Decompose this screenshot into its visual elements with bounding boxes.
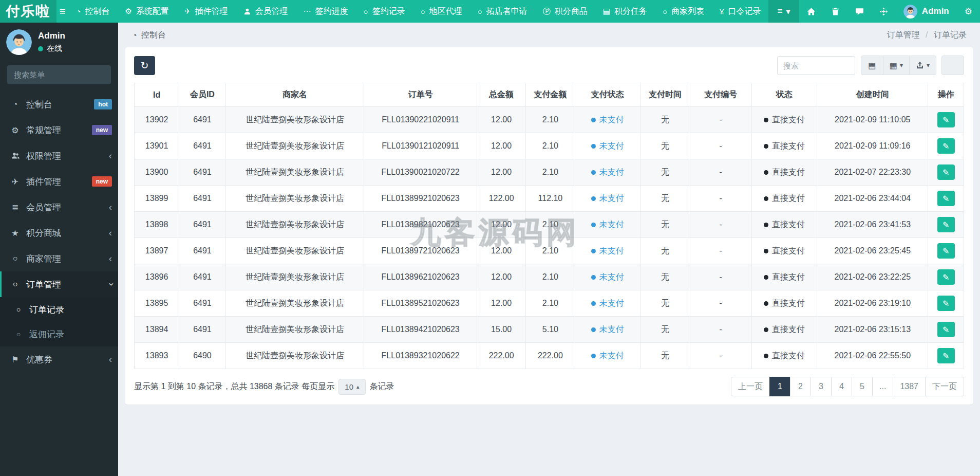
- page-1387[interactable]: 1387: [893, 377, 926, 396]
- table-cell: 6491: [179, 186, 225, 212]
- refresh-button[interactable]: ↻: [134, 56, 155, 75]
- table-cell: 世纪陆壹捌美妆形象设计店: [225, 186, 364, 212]
- sidebar-item-orders[interactable]: ○订单管理‹: [0, 271, 118, 297]
- pay-status-badge: 未支付: [575, 290, 640, 317]
- nav-item-label: 插件管理: [195, 6, 228, 17]
- content-header: ◔ 控制台 订单管理 / 订单记录: [118, 23, 980, 46]
- page-3[interactable]: 3: [811, 377, 832, 396]
- table-search-input[interactable]: [777, 56, 855, 75]
- status-dot-icon: [764, 118, 768, 122]
- settings-gear-button[interactable]: ⚙: [957, 0, 980, 23]
- table-cell: FLL01389721020623: [364, 238, 477, 264]
- caret-down-icon: ▾: [786, 6, 790, 17]
- nav-item-label: 商家列表: [671, 6, 704, 17]
- created-time-cell: 2021-02-09 11:09:16: [817, 133, 928, 159]
- nav-item-plugins[interactable]: ✈插件管理: [177, 0, 236, 23]
- breadcrumb-parent[interactable]: 订单管理: [887, 30, 920, 39]
- created-time-cell: 2021-02-06 22:55:50: [817, 343, 928, 369]
- sidebar-item-coupons[interactable]: ⚑优惠券‹: [0, 346, 118, 372]
- trash-button[interactable]: [823, 0, 847, 23]
- table-cell: FLL01390221020911: [364, 107, 477, 133]
- nav-item-region-agents[interactable]: ○地区代理: [413, 0, 470, 23]
- sidebar-toggle-icon[interactable]: ≡: [56, 0, 69, 23]
- app-logo[interactable]: 付乐啦: [0, 0, 56, 23]
- sidebar-item-general[interactable]: ⚙常规管理new: [0, 117, 118, 143]
- navbar-user[interactable]: Admin: [896, 0, 957, 23]
- table-cell: 6491: [179, 212, 225, 238]
- edit-button[interactable]: ✎: [937, 322, 955, 337]
- sidebar: Admin 在线 ◔控制台hot⚙常规管理new权限管理‹✈插件管理new≣会员…: [0, 23, 118, 476]
- sidebar-item-plugins[interactable]: ✈插件管理new: [0, 169, 118, 194]
- table-cell: FLL01389421020623: [364, 317, 477, 343]
- nav-item-store-applications[interactable]: ○拓店者申请: [470, 0, 535, 23]
- expand-button[interactable]: [872, 0, 896, 23]
- sidebar-item-rebate-records[interactable]: ○返佣记录: [0, 322, 118, 346]
- sidebar-item-label: 优惠券: [26, 354, 109, 365]
- nav-item-merchant-list[interactable]: ○商家列表: [655, 0, 712, 23]
- page-next[interactable]: 下一页: [925, 377, 964, 396]
- menu-search-input[interactable]: [7, 65, 111, 84]
- sidebar-menu: ◔控制台hot⚙常规管理new权限管理‹✈插件管理new≣会员管理‹★积分商城‹…: [0, 91, 118, 372]
- table-toolbar: ↻ ▤▦▾▾: [134, 56, 964, 75]
- status-dot-icon: [591, 144, 596, 149]
- nav-item-dashboard[interactable]: ◔控制台: [69, 0, 118, 23]
- page-prev[interactable]: 上一页: [731, 377, 770, 396]
- edit-button[interactable]: ✎: [937, 269, 955, 285]
- trash-icon: [831, 7, 840, 16]
- comment-button[interactable]: [847, 0, 872, 23]
- table-cell: 世纪陆壹捌美妆形象设计店: [225, 238, 364, 264]
- nav-item-members[interactable]: 会员管理: [236, 0, 296, 23]
- sidebar-item-order-records[interactable]: ○订单记录: [0, 297, 118, 322]
- edit-button[interactable]: ✎: [937, 243, 955, 259]
- nav-item-password-records[interactable]: ¥口令记录: [712, 0, 768, 23]
- edit-button[interactable]: ✎: [937, 296, 955, 311]
- nav-item-points-goods[interactable]: Ⓟ积分商品: [535, 0, 595, 23]
- nav-item-sign-progress[interactable]: ⋯签约进度: [296, 0, 356, 23]
- pencil-icon: ✎: [943, 272, 949, 282]
- created-time-cell: 2021-02-06 23:44:04: [817, 186, 928, 212]
- edit-button[interactable]: ✎: [937, 348, 955, 363]
- chevron-down-icon: ‹: [105, 283, 116, 286]
- star-icon: ★: [8, 228, 22, 238]
- nav-item-label: 拓店者申请: [486, 6, 527, 17]
- edit-button[interactable]: ✎: [937, 138, 955, 154]
- page-4[interactable]: 4: [831, 377, 852, 396]
- home-button[interactable]: [799, 0, 823, 23]
- edit-button[interactable]: ✎: [937, 164, 955, 180]
- order-status-badge: 直接支付: [751, 107, 817, 133]
- page-5[interactable]: 5: [852, 377, 873, 396]
- pagination-switch-button[interactable]: ▤: [861, 56, 883, 75]
- status-dot-icon: [591, 118, 596, 122]
- order-status-badge: 直接支付: [751, 238, 817, 264]
- page-1[interactable]: 1: [769, 377, 790, 396]
- nav-item-points-tasks[interactable]: ▤积分任务: [595, 0, 655, 23]
- sidebar-item-merchants[interactable]: ○商家管理‹: [0, 246, 118, 271]
- nav-item-label: 签约记录: [372, 6, 405, 17]
- nav-item-label: 会员管理: [255, 6, 288, 17]
- export-button[interactable]: ▾: [909, 56, 936, 75]
- nav-item-sign-records[interactable]: ○签约记录: [356, 0, 413, 23]
- table-cell: 13897: [135, 238, 179, 264]
- gauge-icon: ◔: [77, 7, 81, 16]
- column-header-11: 操作: [928, 83, 964, 107]
- sidebar-item-members[interactable]: ≣会员管理‹: [0, 194, 118, 220]
- sidebar-item-permissions[interactable]: 权限管理‹: [0, 143, 118, 169]
- sidebar-item-points-mall[interactable]: ★积分商城‹: [0, 220, 118, 246]
- nav-item-system-config[interactable]: ⚙系统配置: [118, 0, 177, 23]
- avatar: [6, 29, 32, 55]
- table-cell: 世纪陆壹捌美妆形象设计店: [225, 133, 364, 159]
- advanced-search-button[interactable]: [941, 56, 964, 75]
- columns-button[interactable]: ▦▾: [883, 56, 910, 75]
- page-2[interactable]: 2: [790, 377, 811, 396]
- edit-button[interactable]: ✎: [937, 191, 955, 206]
- table-cell: 世纪陆壹捌美妆形象设计店: [225, 212, 364, 238]
- edit-button[interactable]: ✎: [937, 112, 955, 127]
- navbar-dropdown-toggle[interactable]: ≡ ▾: [768, 0, 799, 23]
- page-size-select[interactable]: 10 ▴: [338, 379, 365, 395]
- pencil-icon: ✎: [943, 168, 949, 177]
- page-ellipsis[interactable]: ...: [872, 377, 893, 396]
- actions-cell: ✎: [928, 133, 964, 159]
- sidebar-item-dashboard[interactable]: ◔控制台hot: [0, 91, 118, 117]
- edit-button[interactable]: ✎: [937, 217, 955, 232]
- column-header-5: 支付金额: [526, 83, 575, 107]
